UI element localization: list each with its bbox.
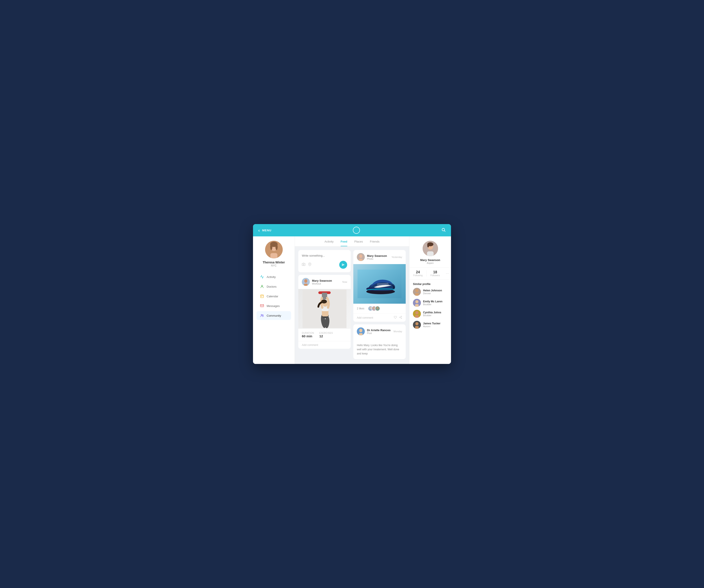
svg-rect-69 (415, 315, 419, 318)
shoe-photo-area (353, 264, 406, 304)
workout-post-card: Mary Swanson Workout Now (298, 275, 351, 349)
write-post-card (298, 250, 351, 272)
svg-rect-63 (415, 293, 419, 296)
profile-info-james: James Tucker Aurorn (423, 322, 441, 328)
svg-line-1 (445, 231, 446, 232)
tab-activity[interactable]: Activity (325, 240, 334, 246)
profile-name-1: Emily Mc Laren (423, 300, 443, 303)
right-user-avatar (423, 241, 438, 256)
sidebar: Theresa Winter NYC Activity (253, 237, 295, 364)
svg-point-68 (415, 311, 418, 314)
sidebar-item-activity[interactable]: Activity (256, 272, 291, 281)
svg-line-52 (400, 317, 401, 317)
workout-user-name: Mary Swanson (312, 279, 340, 282)
profile-name-2: Cynthia Johns (423, 311, 441, 314)
profile-pic-cynthia (413, 310, 421, 318)
workout-image (298, 289, 351, 329)
photo-comment-row: Add comment (353, 313, 406, 322)
like-avatar-3 (375, 306, 380, 311)
likes-count: 2 likes (357, 307, 364, 310)
user-name: Theresa Winter (263, 261, 285, 264)
camera-icon[interactable] (302, 263, 305, 267)
svg-point-45 (373, 307, 375, 309)
svg-rect-66 (415, 304, 419, 307)
svg-point-16 (262, 315, 263, 316)
duration-stat: Duration 60 min (302, 332, 314, 338)
svg-rect-72 (415, 326, 419, 329)
svg-point-48 (401, 316, 402, 317)
location-icon[interactable] (308, 263, 311, 267)
svg-point-65 (415, 300, 418, 303)
svg-point-62 (415, 289, 418, 292)
duration-label: Duration (302, 332, 314, 334)
tab-places[interactable]: Places (354, 240, 363, 246)
workout-post-header: Mary Swanson Workout Now (298, 275, 351, 289)
exercises-stat: Exercises 12 (319, 332, 333, 338)
more-button[interactable]: ··· (444, 270, 451, 277)
tab-friends[interactable]: Friends (370, 240, 379, 246)
svg-rect-55 (359, 333, 363, 335)
stats-row: 24 Following 18 Followers ··· (409, 267, 451, 279)
exercises-value: 12 (319, 334, 333, 338)
like-avatars (368, 306, 380, 311)
photo-comment-input[interactable]: Add comment (357, 316, 394, 319)
sidebar-item-doctors[interactable]: Doctors (256, 282, 291, 291)
following-stat: 24 Following (409, 270, 426, 277)
workout-post-avatar (302, 278, 310, 286)
sidebar-item-messages[interactable]: Messages (256, 302, 291, 310)
svg-point-50 (401, 318, 402, 319)
share-icon[interactable] (399, 316, 402, 320)
profile-name-0: Helen Johnson (423, 289, 442, 292)
profile-info-cynthia: Cynthia Johns Boulder (423, 311, 441, 317)
comment-actions (394, 316, 402, 320)
profile-info-helen: Helen Johnson Denver (423, 289, 442, 295)
sidebar-item-community[interactable]: Community (256, 311, 291, 320)
doctor-user-info: Dr Arielle Rances Post (367, 329, 391, 334)
svg-rect-35 (359, 259, 363, 261)
app-logo (353, 227, 360, 234)
sidebar-item-calendar[interactable]: Calendar (256, 292, 291, 301)
workout-add-comment[interactable]: Add comment (298, 341, 351, 349)
svg-rect-9 (260, 295, 263, 298)
doctor-post-header: Dr Arielle Rances Post Monday (353, 324, 406, 338)
profile-item-1[interactable]: Emily Mc Laren Boulder (413, 299, 448, 307)
profile-item-3[interactable]: James Tucker Aurorn (413, 321, 448, 329)
write-post-input[interactable] (302, 254, 347, 257)
followers-count: 18 (433, 270, 437, 274)
svg-rect-7 (271, 253, 278, 258)
following-label: Following (413, 274, 423, 277)
workout-stats: Duration 60 min Exercises 12 (298, 329, 351, 341)
menu-label: MENU (262, 229, 272, 232)
profile-pic-emily (413, 299, 421, 307)
heart-icon[interactable] (394, 316, 397, 320)
svg-point-38 (366, 287, 375, 291)
profile-info-emily: Emily Mc Laren Boulder (423, 300, 443, 306)
activity-label: Activity (267, 275, 276, 279)
followers-label: Followers (430, 274, 440, 277)
profile-item-2[interactable]: Cynthia Johns Boulder (413, 310, 448, 318)
tab-feed[interactable]: Feed (341, 240, 347, 246)
photo-post-header: Mary Swanson Photo Yesterday (353, 250, 406, 264)
doctor-user-name: Dr Arielle Rances (367, 329, 391, 332)
doctor-post-avatar (357, 327, 365, 335)
profile-item-0[interactable]: Helen Johnson Denver (413, 288, 448, 296)
svg-point-17 (303, 264, 304, 265)
svg-point-49 (400, 317, 400, 318)
calendar-icon (260, 294, 264, 298)
doctor-type: Post (367, 332, 391, 334)
main-layout: Theresa Winter NYC Activity (253, 237, 451, 364)
profile-city-0: Denver (423, 292, 442, 295)
header-left[interactable]: ‹ MENU (258, 228, 272, 233)
svg-point-20 (304, 279, 307, 283)
header: ‹ MENU (253, 224, 451, 237)
content-area: Activity Feed Places Friends (295, 237, 409, 364)
svg-point-6 (276, 244, 278, 250)
nav-menu: Activity Doctors (253, 272, 295, 321)
search-icon[interactable] (441, 227, 446, 233)
right-panel: Mary Swanson Aspen 24 Following 18 Follo… (409, 237, 451, 364)
back-icon[interactable]: ‹ (258, 228, 260, 233)
app-container: ‹ MENU (253, 224, 451, 364)
doctor-message: Hello Mary. Looks like You're doing well… (357, 343, 402, 356)
send-button[interactable] (339, 261, 347, 269)
user-avatar (265, 241, 283, 258)
